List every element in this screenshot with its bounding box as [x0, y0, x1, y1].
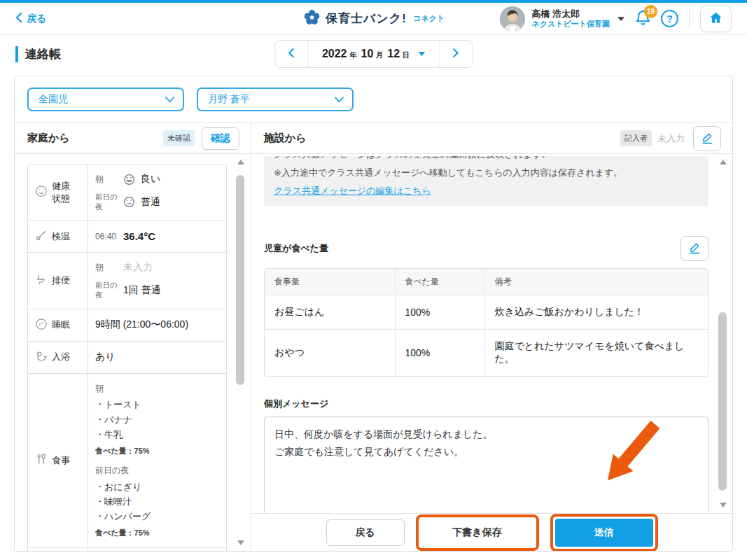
date-year-unit: 年 — [350, 50, 357, 60]
scrollbar-thumb[interactable] — [718, 312, 727, 491]
home-button[interactable] — [700, 6, 732, 32]
annotation-highlight-draft: 下書き保存 — [416, 514, 539, 551]
column-header: 食事量 — [265, 269, 395, 295]
row-label: 健康 — [52, 180, 70, 192]
date-year: 2022 — [322, 48, 347, 60]
facility-panel-footer: 戻る 下書き保存 送信 — [251, 513, 732, 551]
chevron-left-icon — [15, 13, 22, 24]
user-name: 高橋 浩太郎 — [531, 8, 610, 20]
meal-table: 食事量 食べた量 備考 お昼ごはん 100% 炊き込みご飯おかわりしました！ — [264, 268, 708, 377]
sub-header: 連絡帳 2022 年 10 月 12 日 — [0, 35, 747, 73]
meal-section-title: 児童が食べた量 — [264, 242, 328, 255]
table-row-temperature: 検温 06:40 36.4°C — [28, 220, 226, 253]
individual-message-textarea[interactable]: 日中、何度か咳をする場面が見受けられました。 ご家庭でも注意して見てあげてくださ… — [264, 416, 708, 513]
common-message-note: クラス共通メッセージはクラスの全児童の連絡帳に反映されます。 ※入力途中でクラス… — [264, 156, 708, 206]
app-header: 戻る 保育士バンク! コネクト — [0, 3, 747, 35]
column-header: 備考 — [484, 269, 708, 295]
chevron-right-icon — [453, 48, 459, 59]
confirm-button[interactable]: 確認 — [202, 127, 239, 150]
chevron-left-icon — [288, 48, 294, 59]
home-panel-header: 家庭から 未確認 確認 — [15, 123, 251, 154]
row-label: 食事 — [52, 454, 70, 467]
user-organization: ネクストビート保育園 — [531, 20, 610, 29]
home-panel-title: 家庭から — [27, 132, 70, 145]
scroll-down-arrow[interactable] — [720, 503, 727, 507]
chevron-down-icon — [617, 17, 624, 21]
status-badge: 未確認 — [163, 130, 195, 146]
avatar — [500, 6, 525, 31]
notifications-button[interactable]: 19 — [633, 9, 652, 29]
home-panel-scrollbar[interactable] — [236, 160, 244, 545]
class-select-value: 全園児 — [39, 93, 68, 106]
edit-meal-button[interactable] — [680, 236, 708, 261]
user-menu[interactable]: 高橋 浩太郎 ネクストビート保育園 — [500, 6, 624, 31]
scrollbar-thumb[interactable] — [236, 175, 244, 385]
date-navigator: 2022 年 10 月 12 日 — [274, 40, 473, 68]
app-logo: 保育士バンク! コネクト — [302, 8, 445, 29]
scroll-down-arrow[interactable] — [237, 540, 244, 545]
chevron-down-icon — [418, 52, 425, 56]
question-mark-icon: ? — [666, 13, 673, 24]
facility-panel-scrollbar[interactable] — [718, 160, 727, 507]
child-select[interactable]: 月野 蒼平 — [197, 88, 354, 111]
table-row-bowel: 排便 朝 未入力 前日の夜 1回 普通 — [28, 253, 226, 309]
date-day-unit: 日 — [403, 50, 410, 60]
food-item: ・バナナ — [95, 412, 219, 427]
toilet-icon — [35, 273, 48, 288]
scroll-up-arrow[interactable] — [237, 160, 244, 164]
back-button[interactable]: 戻る — [326, 519, 405, 546]
row-label: 検温 — [52, 230, 70, 243]
common-message-edit-link[interactable]: クラス共通メッセージの編集はこちら — [274, 185, 431, 197]
date-day: 12 — [387, 48, 400, 60]
food-item: ・トースト — [95, 397, 219, 412]
facility-panel-scroll-area: クラス共通メッセージはクラスの全児童の連絡帳に反映されます。 ※入力途中でクラス… — [251, 154, 732, 513]
edit-entry-button[interactable] — [693, 126, 721, 151]
date-picker[interactable]: 2022 年 10 月 12 日 — [307, 41, 440, 67]
home-report-table: 健康 状態 朝 良い — [27, 164, 227, 551]
food-item: ・味噌汁 — [95, 494, 219, 509]
row-label: 排便 — [52, 274, 70, 287]
table-row-milk: ミルク 朝 未入力 夜 未入力 — [28, 548, 226, 551]
food-item: ・ハンバーグ — [95, 509, 219, 524]
table-row-meal: 食事 朝 ・トースト ・バナナ ・牛乳 食べた量：75% 前日の夜 ・おにぎり — [28, 374, 226, 549]
message-section-title: 個別メッセージ — [264, 398, 708, 410]
meal-note-cell: 園庭でとれたサツマイモを焼いて食べました。 — [484, 330, 708, 377]
logo-title: 保育士バンク! — [326, 10, 407, 27]
scroll-up-arrow[interactable] — [720, 160, 727, 164]
notification-badge: 19 — [644, 5, 657, 18]
row-label: 睡眠 — [52, 318, 70, 331]
annotation-highlight-send: 送信 — [550, 514, 658, 552]
meal-amount-cell: 100% — [395, 330, 484, 377]
date-month-unit: 月 — [376, 50, 383, 60]
table-row-sleep: zz 睡眠 9時間 (21:00〜06:00) — [28, 309, 226, 342]
filter-row: 全園児 月野 蒼平 — [15, 76, 732, 122]
home-icon — [708, 10, 723, 27]
thermometer-icon — [35, 229, 48, 244]
smiley-icon — [35, 185, 48, 200]
row-label: 状態 — [52, 192, 70, 205]
prev-date-button[interactable] — [275, 41, 307, 67]
home-panel: 家庭から 未確認 確認 健康 状態 — [15, 123, 251, 551]
svg-text:z: z — [41, 321, 43, 324]
page-title: 連絡帳 — [15, 46, 61, 62]
food-item: ・牛乳 — [95, 427, 219, 442]
meal-amount-cell: 100% — [395, 295, 484, 330]
date-month: 10 — [361, 48, 374, 60]
table-row: おやつ 100% 園庭でとれたサツマイモを焼いて食べました。 — [265, 330, 708, 377]
next-date-button[interactable] — [440, 41, 472, 67]
neutral-face-icon — [123, 196, 135, 208]
facility-panel-title: 施設から — [264, 132, 307, 145]
meal-note-cell: 炊き込みご飯おかわりしました！ — [484, 295, 708, 330]
back-link[interactable]: 戻る — [15, 13, 46, 25]
help-button[interactable]: ? — [661, 10, 678, 27]
facility-panel: 施設から 記入者 未入力 クラス共通メッセージはクラスの全児童の連絡帳に反映され… — [251, 123, 732, 551]
back-label: 戻る — [27, 13, 46, 25]
logo-subtitle: コネクト — [413, 13, 445, 24]
child-select-value: 月野 蒼平 — [208, 93, 250, 106]
send-button[interactable]: 送信 — [555, 519, 653, 547]
meal-name-cell: お昼ごはん — [265, 295, 395, 330]
class-select[interactable]: 全園児 — [27, 88, 184, 111]
save-draft-button[interactable]: 下書き保存 — [421, 519, 534, 546]
meal-amount-section: 児童が食べた量 食事量 食べた量 — [264, 236, 708, 377]
clipped-text-line: クラス共通メッセージはクラスの全児童の連絡帳に反映されます。 — [274, 156, 699, 162]
